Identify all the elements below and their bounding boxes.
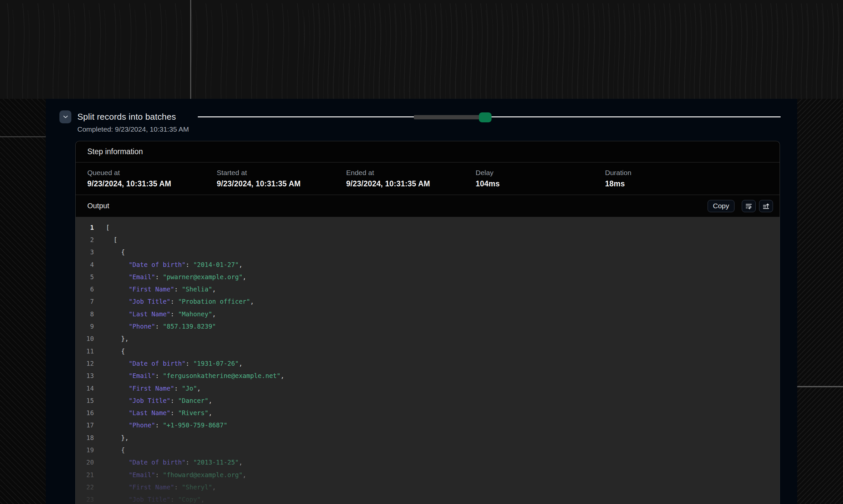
code-line: 21 "Email": "fhoward@example.org", — [76, 469, 780, 481]
line-number: 23 — [76, 496, 94, 503]
code-text: "Email": "fhoward@example.org", — [94, 471, 246, 479]
code-text: [ — [94, 236, 117, 244]
line-number: 19 — [76, 446, 94, 454]
wrap-text-button[interactable] — [742, 200, 756, 212]
copy-button[interactable]: Copy — [708, 200, 735, 212]
code-line: 3 { — [76, 246, 780, 258]
info-field-started-at: Started at 9/23/2024, 10:31:35 AM — [217, 169, 346, 188]
info-field-delay: Delay 104ms — [476, 169, 605, 188]
line-number: 2 — [76, 236, 94, 244]
code-text: "Last Name": "Rivers", — [94, 409, 212, 416]
line-number: 7 — [76, 298, 94, 305]
code-text: "Date of birth": "1931-07-26", — [94, 360, 243, 367]
code-line: 17 "Phone": "+1-950-759-8687" — [76, 419, 780, 431]
step-information-title: Step information — [87, 147, 143, 156]
line-number: 12 — [76, 360, 94, 367]
line-number: 6 — [76, 286, 94, 293]
code-text: "First Name": "Jo", — [94, 385, 201, 392]
scroll-to-top-icon — [762, 202, 770, 210]
info-value: 9/23/2024, 10:31:35 AM — [87, 179, 217, 188]
line-number: 10 — [76, 335, 94, 342]
line-number: 5 — [76, 273, 94, 281]
line-number: 21 — [76, 471, 94, 479]
output-code-viewer[interactable]: 1[2 [3 {4 "Date of birth": "2014-01-27",… — [76, 217, 780, 504]
info-value: 9/23/2024, 10:31:35 AM — [346, 179, 476, 188]
code-text: { — [94, 347, 125, 355]
step-information-header: Step information — [76, 141, 780, 162]
line-number: 11 — [76, 347, 94, 355]
line-number: 9 — [76, 323, 94, 330]
code-text: "First Name": "Sheryl", — [94, 483, 216, 491]
step-info-fields: Queued at 9/23/2024, 10:31:35 AM Started… — [76, 162, 780, 195]
code-line: 12 "Date of birth": "1931-07-26", — [76, 357, 780, 370]
line-number: 16 — [76, 409, 94, 416]
step-information-card: Step information Queued at 9/23/2024, 10… — [75, 141, 780, 504]
code-line: 19 { — [76, 444, 780, 456]
code-text: "First Name": "Shelia", — [94, 286, 216, 293]
code-text: "Job Title": "Dancer", — [94, 397, 212, 404]
line-number: 17 — [76, 421, 94, 429]
code-text: "Last Name": "Mahoney", — [94, 310, 216, 318]
line-number: 1 — [76, 224, 94, 231]
code-text: "Email": "fergusonkatherine@example.net"… — [94, 372, 285, 379]
step-title: Split records into batches — [77, 112, 176, 122]
code-text: { — [94, 446, 125, 454]
line-number: 15 — [76, 397, 94, 404]
timeline-run-marker[interactable] — [479, 112, 492, 122]
code-text: "Date of birth": "2013-11-25", — [94, 458, 243, 466]
code-text: "Job Title": "Probation officer", — [94, 298, 254, 305]
code-line: 22 "First Name": "Sheryl", — [76, 481, 780, 493]
code-line: 5 "Email": "pwarner@example.org", — [76, 271, 780, 283]
chevron-down-icon — [63, 115, 68, 119]
step-detail-panel: Split records into batches Completed: 9/… — [46, 99, 797, 504]
line-number: 20 — [76, 458, 94, 466]
code-text: }, — [94, 434, 129, 441]
line-number: 13 — [76, 372, 94, 379]
info-value: 18ms — [605, 179, 735, 188]
step-completed-timestamp: Completed: 9/23/2024, 10:31:35 AM — [77, 125, 189, 133]
code-line: 18 }, — [76, 431, 780, 444]
code-text: }, — [94, 335, 129, 342]
code-line: 10 }, — [76, 332, 780, 345]
line-number: 8 — [76, 310, 94, 318]
output-header: Output Copy — [76, 195, 780, 217]
line-number: 22 — [76, 483, 94, 491]
code-text: "Job Title": "Copy", — [94, 496, 204, 503]
code-line: 7 "Job Title": "Probation officer", — [76, 295, 780, 308]
code-text: "Email": "pwarner@example.org", — [94, 273, 246, 281]
code-line: 23 "Job Title": "Copy", — [76, 493, 780, 504]
timeline-queue-bar — [414, 115, 479, 119]
code-line: 16 "Last Name": "Rivers", — [76, 407, 780, 419]
info-value: 9/23/2024, 10:31:35 AM — [217, 179, 346, 188]
line-number: 3 — [76, 248, 94, 256]
line-number: 14 — [76, 385, 94, 392]
info-field-queued-at: Queued at 9/23/2024, 10:31:35 AM — [87, 169, 217, 188]
scroll-to-top-button[interactable] — [759, 200, 773, 212]
code-text: "Phone": "+1-950-759-8687" — [94, 421, 227, 429]
code-line: 11 { — [76, 345, 780, 357]
code-text: "Date of birth": "2014-01-27", — [94, 261, 243, 268]
info-label: Ended at — [346, 169, 476, 177]
code-line: 8 "Last Name": "Mahoney", — [76, 308, 780, 320]
code-lines: 1[2 [3 {4 "Date of birth": "2014-01-27",… — [76, 221, 780, 504]
line-number: 4 — [76, 261, 94, 268]
code-line: 13 "Email": "fergusonkatherine@example.n… — [76, 370, 780, 382]
code-line: 15 "Job Title": "Dancer", — [76, 394, 780, 407]
info-label: Duration — [605, 169, 735, 177]
info-label: Started at — [217, 169, 346, 177]
code-line: 4 "Date of birth": "2014-01-27", — [76, 258, 780, 271]
line-number: 18 — [76, 434, 94, 441]
code-line: 14 "First Name": "Jo", — [76, 382, 780, 394]
info-field-ended-at: Ended at 9/23/2024, 10:31:35 AM — [346, 169, 476, 188]
code-line: 9 "Phone": "857.139.8239" — [76, 320, 780, 332]
info-value: 104ms — [476, 179, 605, 188]
code-text: [ — [94, 224, 109, 231]
code-line: 6 "First Name": "Shelia", — [76, 283, 780, 295]
wrap-text-icon — [745, 202, 753, 210]
info-label: Delay — [476, 169, 605, 177]
copy-button-label: Copy — [713, 202, 729, 210]
output-title: Output — [87, 202, 109, 210]
collapse-step-button[interactable] — [59, 110, 71, 123]
code-text: "Phone": "857.139.8239" — [94, 323, 216, 330]
info-label: Queued at — [87, 169, 217, 177]
